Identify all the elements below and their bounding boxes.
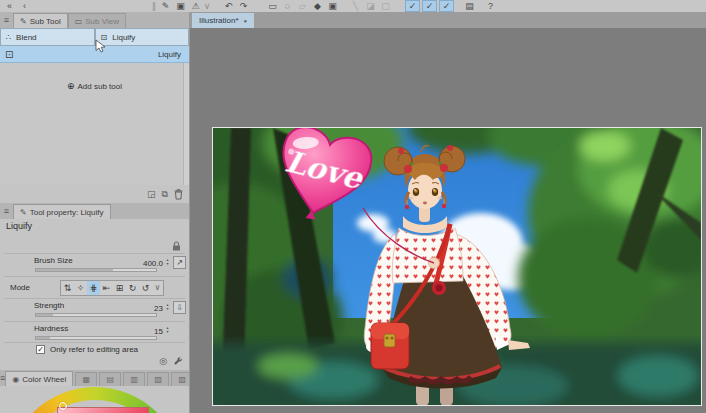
tab-color-wheel-label: Color Wheel [22,375,66,384]
blend-icon: ∴ [6,33,11,42]
intermediate-color-tab[interactable]: ▥ [123,372,145,386]
color-history-tab-icon: ▧ [178,375,186,384]
mode-chevron-icon[interactable]: ∨ [152,281,163,295]
mode-grid-icon[interactable]: ⊞ [113,281,126,295]
add-subtool-button[interactable]: ⊕Add sub tool [0,81,189,91]
plus-icon: ⊕ [67,81,75,91]
app-window: « ‹ ∥ ✎ ▣ ⚠ ∨ ↶ ↷ ▭ ◌ ▱ ◆ ▣ ╲ ◪ ▢ ✓ ✓ ✓ … [0,0,706,413]
toolprop-tabrow: ≡ ✎Tool property: Liquify [0,203,189,219]
illustration-svg: Love [213,128,701,405]
blend-tool-button[interactable]: ∴ Blend [0,28,95,46]
approx-color-tab[interactable]: ▨ [147,372,169,386]
brush-size-spinner[interactable]: ▴ ▾ [164,258,171,266]
color-history-tab[interactable]: ▧ [171,372,190,386]
pen-icon: ✎ [20,17,27,26]
color-set-tab[interactable]: ▤ [99,372,121,386]
panel-menu-icon[interactable]: ≡ [0,15,13,25]
chevron-down-icon[interactable]: ∨ [203,0,211,12]
duplicate-icon[interactable]: ⧉ [162,189,168,200]
ruler-icon[interactable]: ▤ [462,0,477,12]
rect-select-icon[interactable]: ▭ [265,0,280,12]
scale-icon: ╲ [348,0,363,12]
undo-icon[interactable]: ↶ [221,0,236,12]
mode-push-left-icon[interactable]: ⇤ [100,281,113,295]
image-icon[interactable]: ▣ [173,0,188,12]
pen-settings-icon[interactable]: ✎ [158,0,173,12]
tab-sub-view[interactable]: ▭Sub View [68,13,126,28]
tab-sub-tool-label: Sub Tool [30,17,61,26]
trash-icon[interactable] [174,189,183,200]
subtool-list[interactable]: ⊕Add sub tool [0,63,189,185]
saturation-value-box[interactable] [57,407,149,413]
strength-spinner[interactable]: ▴ ▾ [164,303,171,311]
subtool-panel: ≡ ✎Sub Tool ▭Sub View ∴ Blend ⊡ Liquify … [0,12,190,203]
subtool-tabrow: ≡ ✎Sub Tool ▭Sub View [0,12,189,28]
collapse-panel-icon[interactable]: « [2,0,17,12]
mode-push-icon[interactable]: ⇅ [61,281,74,295]
hardness-value[interactable]: 15 [154,327,163,336]
pen-icon: ✎ [20,208,27,217]
lasso-select-icon[interactable]: ◌ [280,0,295,12]
blend-label: Blend [16,33,36,42]
color-slider-tab[interactable]: ▦ [75,372,97,386]
color-slider-tab-icon: ▦ [82,375,90,384]
mode-twirl-cw-icon[interactable]: ↻ [126,281,139,295]
scroll-left-icon[interactable]: ‹ [17,0,32,12]
brush-size-value[interactable]: 400.0 [143,259,163,268]
monitor-icon: ▭ [75,17,83,26]
tab-color-wheel[interactable]: ◉Color Wheel [5,371,73,386]
mode-twirl-ccw-icon[interactable]: ↺ [139,281,152,295]
mode-pinch-icon[interactable]: ⋕ [87,281,100,295]
spinner-down-icon[interactable]: ▾ [164,307,171,311]
document-tab[interactable]: Illustration* ● [192,13,254,28]
colorwheel-tabrow: ≡ ◉Color Wheel ▦ ▤ ▥ ▨ ▧ [0,370,189,386]
tool-property-panel: ≡ ✎Tool property: Liquify Liquify Brush … [0,203,190,370]
color-marker[interactable] [59,402,67,410]
warning-icon[interactable]: ⚠ [188,0,203,12]
snap-grid-icon[interactable]: ✓ [439,0,454,12]
strength-slider[interactable] [35,313,157,317]
document-tab-label: Illustration* [199,16,239,25]
document-tab-bar: Illustration* ● [190,12,706,28]
liquify-tool-button[interactable]: ⊡ Liquify [95,28,190,46]
lock-icon[interactable] [172,241,181,251]
add-subtool-label: Add sub tool [78,82,122,91]
subtool-footer: ◲ ⧉ [0,185,189,203]
mode-expand-icon[interactable]: ✧ [74,281,87,295]
snap-ruler-icon[interactable]: ✓ [405,0,420,12]
output-process-icon[interactable]: ◲ [147,189,156,199]
liquify-item-label: Liquify [158,50,181,59]
target-settings-icon[interactable]: ◎ [159,356,167,366]
invert-selection-icon[interactable]: ◆ [310,0,325,12]
panel-menu-icon[interactable]: ≡ [0,206,13,216]
mode-strip: ⇅ ✧ ⋕ ⇤ ⊞ ↻ ↺ ∨ [60,280,164,296]
tab-tool-property[interactable]: ✎Tool property: Liquify [13,204,111,219]
document-modified-icon[interactable]: ● [244,18,248,24]
spinner-down-icon[interactable]: ▾ [164,262,171,266]
snap-special-ruler-icon[interactable]: ✓ [422,0,437,12]
color-wheel-panel: ≡ ◉Color Wheel ▦ ▤ ▥ ▨ ▧ [0,370,190,413]
spinner-down-icon[interactable]: ▾ [164,330,171,334]
help-icon[interactable]: ? [483,0,498,12]
transform-icon: ◪ [363,0,378,12]
expand-selection-icon[interactable]: ▣ [325,0,340,12]
subtool-scrollbar[interactable] [183,63,189,185]
hardness-spinner[interactable]: ▴ ▾ [164,326,171,334]
tab-sub-tool[interactable]: ✎Sub Tool [13,13,68,28]
wrench-icon[interactable] [173,356,183,366]
strength-value[interactable]: 23 [154,304,163,313]
tab-tool-property-label: Tool property: Liquify [30,208,104,217]
hardness-label: Hardness [34,324,68,333]
brush-size-label: Brush Size [34,256,73,265]
deselect-icon[interactable]: ▱ [295,0,310,12]
mode-label: Mode [10,283,30,292]
canvas-illustration[interactable]: Love [213,128,701,405]
redo-icon[interactable]: ↷ [236,0,251,12]
tool-title: Liquify [6,221,32,231]
brush-size-slider[interactable] [35,268,157,272]
strength-dynamics-button[interactable]: ⇩ [173,301,186,314]
brush-size-picker-button[interactable]: ↗ [173,256,186,269]
hardness-slider[interactable] [35,336,157,340]
toolprop-footer: ◎ [0,352,189,370]
mouse-cursor-icon [95,39,107,53]
